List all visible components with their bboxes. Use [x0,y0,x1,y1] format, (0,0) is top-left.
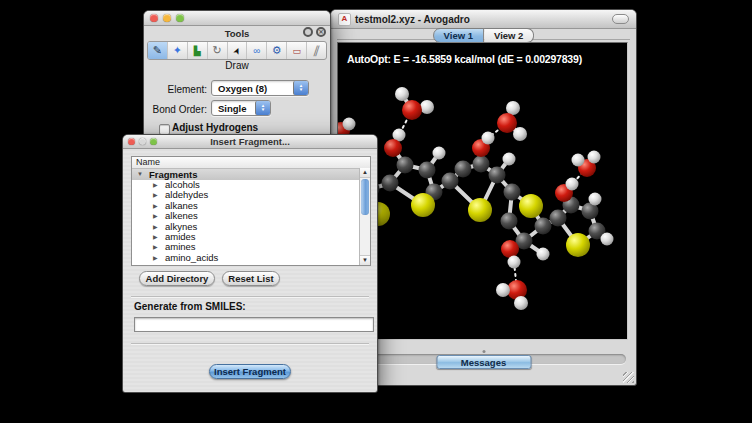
close-window-button[interactable] [150,14,158,22]
main-titlebar[interactable]: A testmol2.xyz - Avogadro [331,10,636,29]
splitter-dot[interactable] [482,350,485,353]
divider [131,296,369,297]
messages-button[interactable]: Messages [436,355,531,369]
insert-fragment-button[interactable]: Insert Fragment [209,364,291,379]
minimize-window-button[interactable] [139,138,146,145]
tools-dock-title: Tools [225,28,250,39]
insert-fragment-window: Insert Fragment... Name ▼ Fragments ▶alc… [122,134,378,393]
fragment-window-title: Insert Fragment... [123,136,377,147]
draw-tool-button[interactable]: ✎ [148,42,168,59]
star-icon: ✦ [173,44,182,57]
document-icon: A [338,13,351,26]
minimize-window-button[interactable] [163,14,171,22]
resize-grip[interactable] [623,372,634,383]
fragment-item-row[interactable]: ▶alkenes [132,211,370,221]
tab-view-2[interactable]: View 2 [484,28,534,43]
fragment-tree-list[interactable]: Name ▼ Fragments ▶alcohols ▶aldehydes ▶a… [131,156,371,266]
disclosure-closed-icon[interactable]: ▶ [153,222,158,232]
align-tool-button[interactable]: ∥ [307,42,326,59]
desktop: A testmol2.xyz - Avogadro View 1 View 2 … [0,0,752,423]
manipulate-tool-button[interactable]: ∞ [247,42,267,59]
add-directory-button[interactable]: Add Directory [139,271,215,286]
list-scrollbar[interactable]: ▲ ▼ [359,168,370,265]
disclosure-closed-icon[interactable]: ▶ [153,201,158,211]
scrollbar-thumb[interactable] [361,179,369,215]
view-tabs: View 1 View 2 [433,28,535,43]
gear-icon: ⚙ [272,44,282,57]
dock-float-icon[interactable] [303,27,313,37]
fragment-item-row[interactable]: ▶amino_acids [132,253,370,263]
lines-icon: ∥ [312,44,322,57]
auto-rotate-tool-button[interactable]: ↻ [208,42,228,59]
chart-icon: ▙ [194,46,201,56]
fragment-titlebar[interactable]: Insert Fragment... [123,135,377,149]
zoom-window-button[interactable] [150,138,157,145]
tools-window: Tools ✕ ✎ ✦ ▙ ↻ ➤ ∞ ⚙ ▭ ∥ Draw Element: … [143,10,331,136]
tools-toolbar: ✎ ✦ ▙ ↻ ➤ ∞ ⚙ ▭ ∥ [147,41,327,60]
smiles-input[interactable] [134,317,374,332]
disclosure-closed-icon[interactable]: ▶ [153,180,158,190]
divider [131,343,369,344]
disclosure-closed-icon[interactable]: ▶ [153,211,158,221]
scroll-up-icon[interactable]: ▲ [360,168,370,178]
disclosure-open-icon[interactable]: ▼ [137,169,143,180]
spheres-icon: ∞ [253,45,260,56]
disclosure-closed-icon[interactable]: ▶ [153,232,158,242]
pencil-icon: ✎ [153,44,162,57]
molecule-canvas[interactable] [338,43,627,339]
stepper-icon[interactable]: ▲▼ [293,81,308,95]
close-window-button[interactable] [128,138,135,145]
disclosure-closed-icon[interactable]: ▶ [153,190,158,200]
auto-optimize-tool-button[interactable]: ⚙ [267,42,287,59]
cursor-icon: ➤ [231,45,243,56]
bond-order-label: Bond Order: [144,104,207,115]
window-title: testmol2.xyz - Avogadro [355,14,470,25]
list-column-header[interactable]: Name [132,157,370,169]
scroll-down-icon[interactable]: ▼ [360,255,370,265]
disclosure-closed-icon[interactable]: ▶ [153,253,158,263]
bond-order-value: Single [212,103,255,114]
stepper-icon[interactable]: ▲▼ [255,101,270,115]
element-label: Element: [144,84,207,95]
dock-close-icon[interactable]: ✕ [316,27,326,37]
element-dropdown[interactable]: Oxygen (8) ▲▼ [211,80,309,96]
measure-tool-button[interactable]: ▭ [287,42,307,59]
bond-centric-tool-button[interactable]: ▙ [188,42,208,59]
gl-viewport[interactable]: AutoOpt: E = -16.5859 kcal/mol (dE = 0.0… [337,42,628,340]
tools-dock-header[interactable]: Tools ✕ [144,26,330,40]
tab-view-1[interactable]: View 1 [433,28,484,43]
bond-order-dropdown[interactable]: Single ▲▼ [211,100,271,116]
dock-buttons: ✕ [303,27,326,37]
zoom-window-button[interactable] [176,14,184,22]
toolbar-pill-button[interactable] [612,14,629,24]
disclosure-closed-icon[interactable]: ▶ [153,242,158,252]
rotate-icon: ↻ [213,44,222,57]
navigate-tool-button[interactable]: ✦ [168,42,188,59]
tool-section-title: Draw [144,60,330,71]
tools-titlebar[interactable] [144,11,330,26]
selection-tool-button[interactable]: ➤ [228,42,248,59]
element-value: Oxygen (8) [212,83,293,94]
smiles-label: Generate from SMILES: [134,301,246,312]
adjust-hydrogens-label: Adjust Hydrogens [172,122,258,133]
autoopt-status-text: AutoOpt: E = -16.5859 kcal/mol (dE = 0.0… [347,53,582,65]
ruler-icon: ▭ [292,46,301,56]
reset-list-button[interactable]: Reset List [222,271,280,286]
